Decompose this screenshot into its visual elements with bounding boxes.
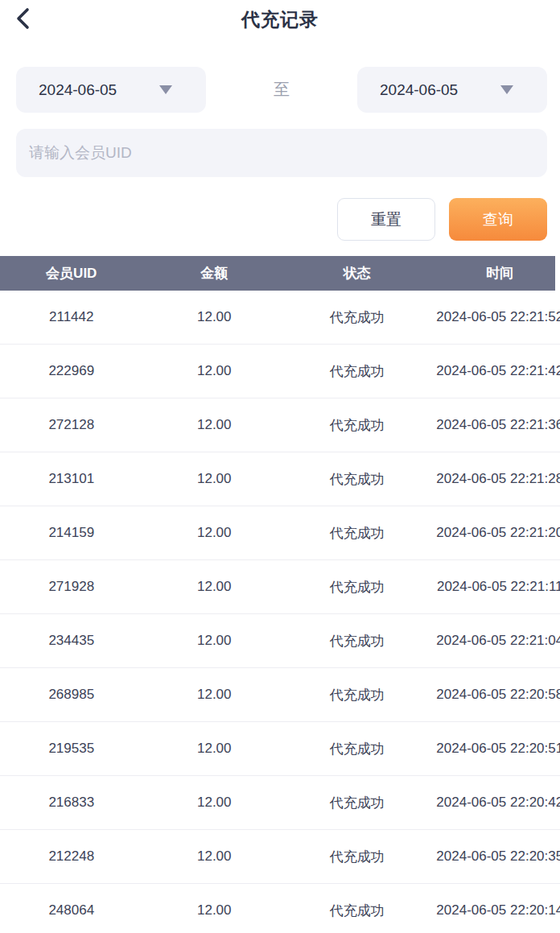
column-header-uid: 会员UID bbox=[0, 264, 143, 283]
cell-time: 2024-06-05 22:20:35 bbox=[429, 848, 560, 865]
cell-member-uid: 211442 bbox=[0, 309, 143, 325]
cell-member-uid: 214159 bbox=[0, 525, 143, 541]
table-row: 271928 12.00 代充成功 2024-06-05 22:21:11 bbox=[0, 560, 560, 614]
cell-status: 代充成功 bbox=[286, 632, 429, 650]
cell-status: 代充成功 bbox=[286, 848, 429, 866]
cell-amount: 12.00 bbox=[143, 525, 286, 541]
cell-status: 代充成功 bbox=[286, 308, 429, 327]
table-body: 211442 12.00 代充成功 2024-06-05 22:21:52 22… bbox=[0, 291, 560, 933]
query-button[interactable]: 查询 bbox=[449, 198, 547, 241]
action-button-row: 重置 查询 bbox=[16, 198, 547, 241]
table-row: 216833 12.00 代充成功 2024-06-05 22:20:42 bbox=[0, 776, 560, 830]
table-row: 214159 12.00 代充成功 2024-06-05 22:21:20 bbox=[0, 506, 560, 560]
date-to-value: 2024-06-05 bbox=[380, 81, 458, 99]
cell-time: 2024-06-05 22:20:42 bbox=[429, 795, 560, 811]
range-separator-label: 至 bbox=[274, 79, 290, 101]
cell-member-uid: 213101 bbox=[0, 471, 143, 487]
cell-time: 2024-06-05 22:21:04 bbox=[429, 633, 560, 649]
table-row: 212248 12.00 代充成功 2024-06-05 22:20:35 bbox=[0, 830, 560, 884]
table-row: 213101 12.00 代充成功 2024-06-05 22:21:28 bbox=[0, 452, 560, 506]
table-row: 211442 12.00 代充成功 2024-06-05 22:21:52 bbox=[0, 291, 560, 345]
cell-amount: 12.00 bbox=[143, 741, 286, 757]
table-row: 248064 12.00 代充成功 2024-06-05 22:20:14 bbox=[0, 884, 560, 933]
reset-button[interactable]: 重置 bbox=[337, 198, 435, 241]
triangle-down-icon bbox=[159, 85, 172, 94]
cell-time: 2024-06-05 22:21:11 bbox=[429, 579, 560, 595]
cell-member-uid: 272128 bbox=[0, 417, 143, 433]
cell-amount: 12.00 bbox=[143, 417, 286, 433]
cell-amount: 12.00 bbox=[143, 795, 286, 811]
back-button[interactable] bbox=[10, 5, 37, 34]
cell-member-uid: 216833 bbox=[0, 795, 143, 811]
cell-time: 2024-06-05 22:21:28 bbox=[429, 471, 560, 487]
date-from-select[interactable]: 2024-06-05 bbox=[16, 67, 206, 113]
column-header-status: 状态 bbox=[286, 264, 429, 283]
date-range-row: 2024-06-05 至 2024-06-05 bbox=[16, 67, 547, 113]
cell-member-uid: 268985 bbox=[0, 687, 143, 703]
column-header-amount: 金额 bbox=[143, 264, 286, 283]
page-title: 代充记录 bbox=[241, 7, 319, 32]
cell-time: 2024-06-05 22:21:20 bbox=[429, 525, 560, 541]
cell-member-uid: 271928 bbox=[0, 579, 143, 595]
cell-member-uid: 248064 bbox=[0, 902, 143, 919]
table-row: 219535 12.00 代充成功 2024-06-05 22:20:51 bbox=[0, 722, 560, 776]
cell-status: 代充成功 bbox=[286, 362, 429, 381]
cell-amount: 12.00 bbox=[143, 471, 286, 487]
table-row: 268985 12.00 代充成功 2024-06-05 22:20:58 bbox=[0, 668, 560, 722]
cell-status: 代充成功 bbox=[286, 686, 429, 704]
cell-status: 代充成功 bbox=[286, 578, 429, 597]
cell-time: 2024-06-05 22:20:58 bbox=[429, 687, 560, 703]
cell-time: 2024-06-05 22:21:36 bbox=[429, 417, 560, 433]
cell-member-uid: 219535 bbox=[0, 741, 143, 757]
cell-time: 2024-06-05 22:21:42 bbox=[429, 363, 560, 379]
cell-amount: 12.00 bbox=[143, 579, 286, 595]
cell-status: 代充成功 bbox=[286, 416, 429, 435]
cell-status: 代充成功 bbox=[286, 794, 429, 812]
triangle-down-icon bbox=[500, 85, 513, 94]
cell-amount: 12.00 bbox=[143, 687, 286, 703]
cell-status: 代充成功 bbox=[286, 470, 429, 489]
cell-member-uid: 212248 bbox=[0, 848, 143, 865]
cell-member-uid: 234435 bbox=[0, 633, 143, 649]
cell-member-uid: 222969 bbox=[0, 363, 143, 379]
top-bar: 代充记录 bbox=[0, 0, 560, 39]
date-to-select[interactable]: 2024-06-05 bbox=[357, 67, 547, 113]
cell-time: 2024-06-05 22:20:14 bbox=[429, 902, 560, 919]
records-table: 会员UID 金额 状态 时间 211442 12.00 代充成功 2024-06… bbox=[0, 256, 560, 933]
cell-amount: 12.00 bbox=[143, 848, 286, 865]
cell-time: 2024-06-05 22:20:51 bbox=[429, 741, 560, 757]
filter-panel: 2024-06-05 至 2024-06-05 重置 查询 bbox=[0, 67, 560, 241]
cell-amount: 12.00 bbox=[143, 363, 286, 379]
cell-amount: 12.00 bbox=[143, 902, 286, 919]
column-header-time: 时间 bbox=[429, 264, 560, 283]
chevron-left-icon bbox=[14, 6, 33, 33]
cell-amount: 12.00 bbox=[143, 633, 286, 649]
table-row: 272128 12.00 代充成功 2024-06-05 22:21:36 bbox=[0, 398, 560, 452]
date-from-value: 2024-06-05 bbox=[39, 81, 117, 99]
cell-time: 2024-06-05 22:21:52 bbox=[429, 309, 560, 325]
cell-status: 代充成功 bbox=[286, 902, 429, 920]
cell-status: 代充成功 bbox=[286, 524, 429, 543]
cell-amount: 12.00 bbox=[143, 309, 286, 325]
table-row: 234435 12.00 代充成功 2024-06-05 22:21:04 bbox=[0, 614, 560, 668]
table-row: 222969 12.00 代充成功 2024-06-05 22:21:42 bbox=[0, 345, 560, 398]
cell-status: 代充成功 bbox=[286, 740, 429, 758]
member-uid-input[interactable] bbox=[16, 129, 547, 177]
table-header: 会员UID 金额 状态 时间 bbox=[0, 256, 560, 291]
